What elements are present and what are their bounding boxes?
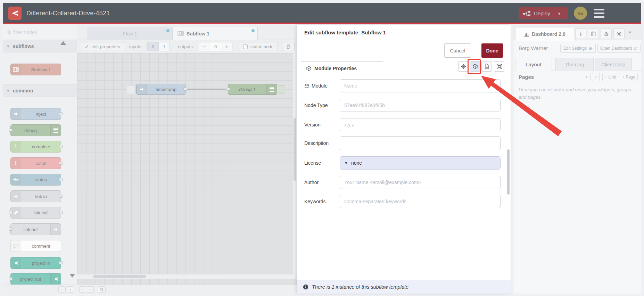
- deploy-button[interactable]: Deploy ▼: [519, 7, 568, 19]
- cube-icon: [304, 83, 309, 89]
- output-port[interactable]: [59, 195, 63, 198]
- dashboard-section-tabs: Layout Theming Client Data: [513, 56, 642, 71]
- status-node-toggle[interactable]: status node: [239, 42, 278, 51]
- output-port[interactable]: [59, 112, 63, 115]
- zoom-search-button[interactable]: [98, 286, 106, 293]
- move-down-button[interactable]: »: [592, 73, 600, 81]
- help-tab-button[interactable]: [588, 28, 599, 39]
- palette-node-link-out[interactable]: link out: [10, 223, 61, 235]
- output-port[interactable]: [59, 162, 63, 165]
- tab-module-properties[interactable]: Module Properties: [301, 61, 383, 75]
- input-port[interactable]: [9, 129, 13, 132]
- link-out-icon: [50, 224, 61, 235]
- outputs-count-value[interactable]: 0: [210, 42, 221, 51]
- palette-search[interactable]: [3, 25, 77, 40]
- palette-node-link-call[interactable]: link call: [10, 207, 61, 219]
- description-button[interactable]: [481, 61, 492, 72]
- canvas-node-debug1[interactable]: debug 1: [228, 84, 277, 95]
- license-select[interactable]: ▼ none: [340, 156, 501, 170]
- output-port[interactable]: [59, 211, 63, 214]
- tab-dashboard-2[interactable]: Dashboard 2.0: [515, 27, 574, 41]
- inputs-0-button[interactable]: 0: [147, 42, 159, 51]
- palette-scroll-up-icon[interactable]: [60, 41, 66, 45]
- tab-client-data[interactable]: Client Data: [595, 58, 632, 71]
- inject-button-stub[interactable]: [126, 85, 135, 94]
- wire[interactable]: [185, 89, 229, 90]
- input-port[interactable]: [9, 277, 13, 280]
- gear-icon: [461, 64, 466, 69]
- input-port[interactable]: [226, 88, 230, 91]
- version-input[interactable]: [340, 118, 501, 131]
- palette-node-subflow1[interactable]: Subflow 1: [10, 64, 61, 75]
- search-icon: [6, 30, 11, 35]
- palette-scroll-down-icon[interactable]: [69, 274, 75, 278]
- input-port[interactable]: [9, 211, 13, 214]
- debug-tab-button[interactable]: [601, 28, 612, 39]
- description-input[interactable]: [340, 136, 501, 150]
- palette-node-link-in[interactable]: link in: [10, 190, 61, 202]
- add-page-button[interactable]: + Page: [620, 73, 638, 81]
- output-port[interactable]: [183, 88, 187, 91]
- open-dashboard-button[interactable]: Open Dashboard: [597, 44, 641, 53]
- sidebar-separator[interactable]: [511, 25, 513, 294]
- inputs-label: inputs:: [129, 44, 142, 49]
- flow-canvas[interactable]: timestamp debug 1 « »: [77, 53, 297, 294]
- canvas-node-timestamp[interactable]: timestamp: [136, 84, 185, 95]
- category-common[interactable]: ▼ common: [3, 84, 77, 97]
- module-input[interactable]: [340, 79, 501, 92]
- expand-all-button[interactable]: »: [67, 286, 74, 293]
- tab-subflow1[interactable]: Subflow 1: [173, 27, 258, 40]
- main-menu-icon[interactable]: [594, 9, 604, 18]
- node-type-input[interactable]: [340, 99, 501, 112]
- tab-flow1[interactable]: Flow 1: [88, 27, 173, 40]
- tab-theming[interactable]: Theming: [555, 58, 594, 71]
- author-input[interactable]: [340, 176, 501, 189]
- deploy-divider: [554, 7, 554, 19]
- output-port[interactable]: [59, 145, 63, 148]
- move-up-button[interactable]: «: [583, 73, 591, 81]
- right-sidebar: Dashboard 2.0 i ▼ B: [513, 25, 641, 294]
- palette-node-catch[interactable]: ! catch: [10, 157, 61, 169]
- done-button[interactable]: Done: [481, 43, 503, 58]
- filter-nodes-input[interactable]: [13, 30, 69, 35]
- palette-node-complete[interactable]: ! complete: [10, 141, 61, 153]
- page-title: Different-Collared-Dove-4521: [26, 3, 110, 24]
- outputs-plus-button[interactable]: +: [221, 42, 232, 51]
- keywords-input[interactable]: [340, 195, 501, 208]
- edit-properties-button[interactable]: edit properties: [80, 42, 125, 51]
- scroll-up-button[interactable]: «: [79, 286, 86, 293]
- canvas-vertical-scrollbar[interactable]: [293, 53, 297, 274]
- node-red-logo-icon: [8, 7, 22, 20]
- subflow-properties-button[interactable]: [458, 61, 469, 72]
- info-tab-button[interactable]: i: [575, 28, 586, 39]
- scroll-down-button[interactable]: »: [87, 286, 94, 293]
- outputs-minus-button[interactable]: −: [199, 42, 210, 51]
- output-port[interactable]: [59, 261, 63, 264]
- add-link-button[interactable]: + Link: [602, 73, 618, 81]
- canvas-horizontal-scrollbar[interactable]: [77, 274, 297, 279]
- debug-toggle-button[interactable]: [278, 85, 285, 93]
- config-tab-button[interactable]: [613, 28, 625, 39]
- inputs-1-button[interactable]: 1: [158, 42, 170, 51]
- palette-node-status[interactable]: status: [10, 174, 61, 186]
- deploy-chevron-down-icon[interactable]: ▼: [558, 11, 561, 16]
- palette-node-project-in[interactable]: project in: [10, 257, 61, 269]
- delete-subflow-button[interactable]: [282, 42, 295, 51]
- user-avatar[interactable]: su: [574, 7, 587, 20]
- dialog-scrollbar[interactable]: [507, 149, 510, 195]
- cancel-button[interactable]: Cancel: [444, 43, 471, 58]
- sidebar-more-chevron-icon[interactable]: ▼: [628, 30, 632, 34]
- input-port[interactable]: [9, 228, 13, 231]
- edit-settings-button[interactable]: Edit Settings: [560, 44, 596, 53]
- status-node-checkbox[interactable]: [243, 44, 248, 49]
- output-port[interactable]: [59, 178, 63, 181]
- tab-layout[interactable]: Layout: [515, 58, 552, 71]
- collapse-all-button[interactable]: «: [58, 286, 66, 293]
- appearance-button[interactable]: [494, 61, 504, 72]
- link-in-icon: [11, 191, 21, 202]
- palette-node-project-out[interactable]: project out: [10, 273, 61, 285]
- palette-node-inject[interactable]: inject: [10, 108, 61, 120]
- palette-node-comment[interactable]: comment: [10, 240, 61, 252]
- palette-node-debug[interactable]: debug: [10, 124, 61, 136]
- subflow-icon: [177, 31, 184, 36]
